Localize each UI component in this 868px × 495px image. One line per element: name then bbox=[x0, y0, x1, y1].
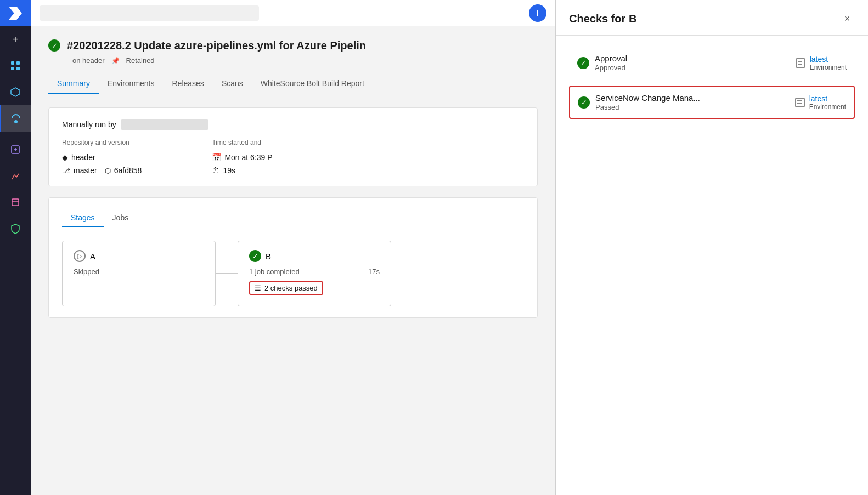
time-started: Mon at 6:39 P bbox=[224, 153, 272, 162]
check-approval-link-sub: Environment bbox=[810, 64, 847, 71]
repo-col: Repository and version ◆ header ⎇ master… bbox=[62, 139, 142, 175]
clock-icon: ⏱ bbox=[212, 166, 219, 175]
check-servicenow-name: ServiceNow Change Mana... bbox=[595, 93, 700, 103]
check-servicenow-status: Passed bbox=[595, 103, 700, 111]
pin-icon: 📌 bbox=[111, 57, 120, 65]
panel-title: Checks for B bbox=[569, 13, 636, 25]
stage-b-meta: 1 job completed 17s bbox=[249, 268, 380, 276]
check-row-servicenow: ✓ ServiceNow Change Mana... Passed lates… bbox=[569, 86, 855, 119]
svg-rect-3 bbox=[16, 67, 20, 70]
check-approval-link-label[interactable]: latest bbox=[810, 55, 828, 64]
checks-passed-badge[interactable]: ☰ 2 checks passed bbox=[249, 281, 323, 295]
stage-a-skip-icon: ▷ bbox=[74, 250, 86, 262]
sidebar-item-repos[interactable] bbox=[0, 79, 31, 105]
sidebar-item-package[interactable] bbox=[0, 189, 31, 215]
branch-item: ⎇ master ⬡ 6afd858 bbox=[62, 166, 142, 175]
sidebar-item-add[interactable]: + bbox=[0, 26, 31, 53]
stage-b-name: B bbox=[266, 252, 271, 261]
stage-a-status: Skipped bbox=[74, 268, 204, 276]
info-card: Manually run by Repository and version ◆… bbox=[48, 107, 538, 186]
tab-summary[interactable]: Summary bbox=[48, 73, 99, 94]
check-approval-icon: ✓ bbox=[577, 57, 589, 69]
sidebar-item-test[interactable] bbox=[0, 163, 31, 189]
svg-point-4 bbox=[14, 120, 18, 123]
info-row: Repository and version ◆ header ⎇ master… bbox=[62, 139, 524, 175]
checks-icon: ☰ bbox=[255, 284, 261, 292]
sidebar-item-security[interactable] bbox=[0, 215, 31, 242]
check-servicenow-link-label[interactable]: latest bbox=[809, 94, 827, 103]
build-title: #20201228.2 Update azure-pipelines.yml f… bbox=[67, 39, 366, 52]
search-bar[interactable] bbox=[40, 5, 259, 21]
tab-scans[interactable]: Scans bbox=[213, 73, 252, 94]
check-servicenow-env-icon bbox=[795, 98, 805, 107]
check-approval-text: Approval Approved bbox=[595, 54, 627, 72]
check-approval-link[interactable]: latest Environment bbox=[810, 55, 847, 71]
time-started-item: 📅 Mon at 6:39 P bbox=[212, 153, 272, 162]
stage-b-status: 1 job completed bbox=[249, 268, 300, 276]
check-servicenow-text: ServiceNow Change Mana... Passed bbox=[595, 93, 700, 111]
duration-item: ⏱ 19s bbox=[212, 166, 272, 175]
checks-panel: Checks for B × ✓ Approval Approved lates… bbox=[555, 0, 868, 495]
repo-item: ◆ header bbox=[62, 153, 142, 162]
check-servicenow-link-area: latest Environment bbox=[795, 94, 846, 111]
main-content: I ✓ #20201228.2 Update azure-pipelines.y… bbox=[31, 0, 555, 495]
check-approval-env-icon bbox=[796, 58, 805, 68]
sidebar-item-artifacts[interactable] bbox=[0, 136, 31, 163]
retained-label: Retained bbox=[126, 56, 155, 65]
svg-rect-6 bbox=[12, 199, 19, 206]
stage-b: ✓ B 1 job completed 17s ☰ 2 checks passe… bbox=[238, 241, 391, 306]
stages-card: Stages Jobs ▷ A Skipped ✓ B bbox=[48, 197, 538, 318]
check-approval-name: Approval bbox=[595, 54, 627, 63]
sidebar-item-pipelines[interactable] bbox=[0, 105, 31, 132]
commit-icon: ⬡ bbox=[105, 167, 111, 175]
branch-name: master bbox=[74, 166, 97, 175]
check-approval-status: Approved bbox=[595, 64, 627, 72]
nav-tabs: Summary Environments Releases Scans Whit… bbox=[48, 73, 538, 94]
commit-hash: 6afd858 bbox=[114, 166, 142, 175]
checks-label: 2 checks passed bbox=[264, 284, 318, 292]
stage-a-name: A bbox=[90, 252, 95, 261]
stages-tabs: Stages Jobs bbox=[62, 209, 524, 227]
check-servicenow-icon: ✓ bbox=[578, 96, 590, 109]
build-header: ✓ #20201228.2 Update azure-pipelines.yml… bbox=[48, 39, 538, 52]
tab-releases[interactable]: Releases bbox=[164, 73, 213, 94]
stage-a: ▷ A Skipped bbox=[62, 241, 216, 306]
manually-run-value bbox=[121, 119, 208, 130]
stage-b-success-icon: ✓ bbox=[249, 250, 261, 262]
manually-run-row: Manually run by bbox=[62, 119, 524, 130]
sidebar-item-boards[interactable] bbox=[0, 53, 31, 79]
tab-stages[interactable]: Stages bbox=[62, 209, 104, 227]
repo-icon: ◆ bbox=[62, 153, 68, 162]
stages-row: ▷ A Skipped ✓ B 1 job completed 17s bbox=[62, 241, 524, 306]
page-body: ✓ #20201228.2 Update azure-pipelines.yml… bbox=[31, 26, 555, 495]
build-on-label: on header bbox=[72, 56, 105, 65]
svg-rect-0 bbox=[11, 61, 14, 65]
tab-environments[interactable]: Environments bbox=[99, 73, 164, 94]
panel-header: Checks for B × bbox=[556, 0, 868, 36]
repo-version-label: Repository and version bbox=[62, 139, 142, 146]
tab-jobs[interactable]: Jobs bbox=[104, 209, 138, 227]
user-avatar[interactable]: I bbox=[529, 4, 546, 22]
time-label: Time started and bbox=[212, 139, 272, 146]
sidebar: + bbox=[0, 0, 31, 495]
check-approval-info: ✓ Approval Approved bbox=[577, 54, 627, 72]
svg-rect-1 bbox=[16, 61, 20, 65]
check-servicenow-info: ✓ ServiceNow Change Mana... Passed bbox=[578, 93, 700, 111]
stage-b-title: ✓ B bbox=[249, 250, 380, 262]
svg-rect-2 bbox=[11, 67, 14, 70]
duration-value: 19s bbox=[223, 166, 235, 175]
panel-body: ✓ Approval Approved latest Environment ✓… bbox=[556, 36, 868, 495]
build-sub: on header 📌 Retained bbox=[72, 56, 538, 65]
tab-whitesource[interactable]: WhiteSource Bolt Build Report bbox=[252, 73, 373, 94]
check-approval-link-area: latest Environment bbox=[796, 55, 847, 71]
stage-a-title: ▷ A bbox=[74, 250, 204, 262]
app-logo-icon bbox=[9, 7, 22, 20]
time-col: Time started and 📅 Mon at 6:39 P ⏱ 19s bbox=[212, 139, 272, 175]
check-servicenow-link-sub: Environment bbox=[809, 103, 846, 111]
panel-close-button[interactable]: × bbox=[839, 11, 855, 26]
check-servicenow-link[interactable]: latest Environment bbox=[809, 94, 846, 111]
top-bar: I bbox=[31, 0, 555, 26]
check-row-approval: ✓ Approval Approved latest Environment bbox=[569, 47, 855, 79]
branch-icon: ⎇ bbox=[62, 167, 70, 175]
stage-connector bbox=[216, 273, 238, 274]
